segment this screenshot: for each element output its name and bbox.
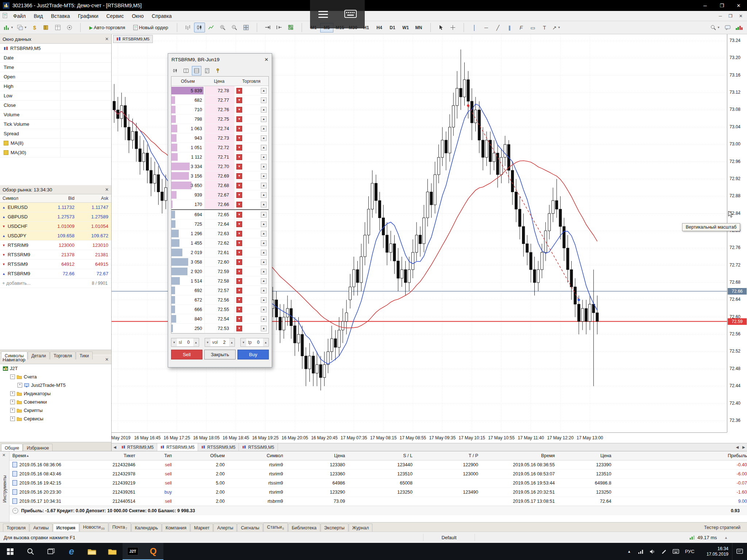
tree-expander-icon[interactable]: + xyxy=(10,416,15,421)
autotrade-button[interactable]: ▶Авто-торговля xyxy=(86,23,129,32)
crosshair-tool-button[interactable] xyxy=(448,23,458,32)
sell-order-icon[interactable]: ▼ xyxy=(236,307,242,312)
history-column-header-7[interactable]: T / P xyxy=(416,451,478,460)
tree-expander-icon[interactable]: + xyxy=(10,400,15,404)
dom-close-icon[interactable]: ✕ xyxy=(264,57,268,62)
navigator-close-icon[interactable]: ✕ xyxy=(105,357,109,362)
buy-order-icon[interactable]: ▲ xyxy=(261,326,267,331)
sell-order-icon[interactable]: ▼ xyxy=(236,164,242,170)
toolbox-tab-Активы[interactable]: Активы xyxy=(30,524,52,532)
sell-order-icon[interactable]: ▼ xyxy=(236,269,242,275)
dom-ask-row[interactable]: 1 11272.71▼▲ xyxy=(171,152,268,162)
buy-order-icon[interactable]: ▲ xyxy=(261,183,267,188)
toolbox-tab-Новости[interactable]: Новости99 xyxy=(80,523,108,532)
tray-chevron-up-icon[interactable]: ▲ xyxy=(623,543,635,560)
buy-order-icon[interactable]: ▲ xyxy=(261,259,267,265)
sell-order-icon[interactable]: ▼ xyxy=(236,259,242,265)
navigator-button[interactable] xyxy=(64,23,75,32)
fibonacci-tool[interactable]: F xyxy=(516,23,527,32)
menu-item-Вставка[interactable]: Вставка xyxy=(47,12,74,20)
channel-tool[interactable]: ∥ xyxy=(504,23,515,32)
market-watch-row[interactable]: ▲RTSBRM972.6672.67 xyxy=(0,269,111,279)
navigator-tab-Избранное[interactable]: Избранное xyxy=(23,444,53,452)
chart-tabs-scroll-left2-icon[interactable]: ◀ xyxy=(734,445,741,449)
start-button[interactable] xyxy=(0,543,20,560)
sell-order-icon[interactable]: ▼ xyxy=(236,231,242,237)
dom-ask-row[interactable]: 3 33472.70▼▲ xyxy=(171,162,268,171)
sell-order-icon[interactable]: ▼ xyxy=(236,240,242,246)
history-column-header-3[interactable]: Объем xyxy=(181,451,225,460)
toolbox-tab-Библиотека[interactable]: Библиотека xyxy=(288,524,320,532)
sell-order-icon[interactable]: ▼ xyxy=(236,183,242,188)
chart-tabs-scroll-left-icon[interactable]: ◀ xyxy=(112,445,118,449)
dom-ask-row[interactable]: 3 15672.69▼▲ xyxy=(171,171,268,181)
navigator-item-Скрипты[interactable]: +Скрипты xyxy=(0,406,111,415)
dom-bid-row[interactable]: 84072.54▼▲ xyxy=(171,314,268,324)
sell-order-icon[interactable]: ▼ xyxy=(236,221,242,227)
sell-order-icon[interactable]: ▼ xyxy=(236,297,242,303)
file-explorer-icon[interactable] xyxy=(82,543,102,560)
buy-order-icon[interactable]: ▲ xyxy=(261,164,267,170)
navigator-item-Счета[interactable]: −Счета xyxy=(0,373,111,381)
chart-shift-button[interactable] xyxy=(274,23,285,32)
menu-item-Сервис[interactable]: Сервис xyxy=(102,12,128,20)
timeframe-button-MN[interactable]: MN xyxy=(412,23,425,32)
history-row[interactable]: 2019.05.16 19:42:15212439219sell5.00rtss… xyxy=(9,478,747,488)
dom-ask-row[interactable]: 79872.75▼▲ xyxy=(171,114,268,124)
dom-ask-row[interactable]: 93972.67▼▲ xyxy=(171,190,268,200)
buy-order-icon[interactable]: ▲ xyxy=(261,88,267,94)
sell-order-icon[interactable]: ▼ xyxy=(236,88,242,94)
indicators-button[interactable] xyxy=(286,23,297,32)
chart-tab-RTSBRM9,M5[interactable]: RTSBRM9,M5 xyxy=(157,443,198,451)
history-column-header-8[interactable]: Время xyxy=(482,451,555,460)
market-watch-row[interactable]: ▲EURUSD1.117321.11747 xyxy=(0,203,111,212)
dom-ladder-view-icon[interactable] xyxy=(192,66,201,75)
keyboard-icon[interactable] xyxy=(344,10,357,19)
tree-expander-icon[interactable]: − xyxy=(10,374,15,379)
navigator-item-Советники[interactable]: +Советники xyxy=(0,398,111,406)
chart-caption-tab[interactable]: RTSBRM9,M5 xyxy=(113,35,153,43)
toolbox-tab-Торговля[interactable]: Торговля xyxy=(3,524,29,532)
toolbox-tab-История[interactable]: История xyxy=(53,524,79,532)
history-row[interactable]: 2019.05.16 20:23:30212439261buy2.00rtsri… xyxy=(9,487,747,497)
sell-order-icon[interactable]: ▼ xyxy=(236,135,242,141)
sell-order-icon[interactable]: ▼ xyxy=(236,192,242,198)
action-center-icon[interactable] xyxy=(732,543,747,560)
dom-chart-view-icon[interactable] xyxy=(171,66,180,75)
trendline-tool[interactable]: ╱ xyxy=(492,23,503,32)
buy-order-icon[interactable]: ▲ xyxy=(261,97,267,103)
navigator-item-Индикаторы[interactable]: +Индикаторы xyxy=(0,389,111,398)
market-watch-tab-Детали[interactable]: Детали xyxy=(28,351,50,359)
candlestick-mode-button[interactable] xyxy=(194,23,205,32)
sell-order-icon[interactable]: ▼ xyxy=(236,145,242,151)
auto-scroll-button[interactable] xyxy=(262,23,273,32)
buy-order-icon[interactable]: ▲ xyxy=(261,269,267,275)
dom-ask-row[interactable]: 94372.73▼▲ xyxy=(171,133,268,143)
dom-bid-row[interactable]: 69472.65▼▲ xyxy=(171,210,268,219)
hamburger-icon[interactable] xyxy=(318,11,328,18)
zoom-out-button[interactable] xyxy=(229,23,240,32)
buy-order-icon[interactable]: ▲ xyxy=(261,288,267,293)
history-row[interactable]: 2019.05.16 08:36:06212432846sell2.00rtsr… xyxy=(9,460,747,470)
buy-order-icon[interactable]: ▲ xyxy=(261,116,267,122)
history-column-header-4[interactable]: Символ xyxy=(232,451,283,460)
toolbox-tab-Маркет[interactable]: Маркет xyxy=(190,524,213,532)
history-column-header-1[interactable]: Тикет xyxy=(97,451,135,460)
toolbox-tab-Календарь[interactable]: Календарь xyxy=(131,524,162,532)
navigator-item-Just2Trade-MT5[interactable]: +Just2Trade-MT5 xyxy=(0,381,111,389)
navigator-item-Сервисы[interactable]: +Сервисы xyxy=(0,415,111,423)
restore-button[interactable]: ❐ xyxy=(713,0,730,11)
price-scale[interactable]: 73.2473.2073.1673.1273.0873.0473.0072.96… xyxy=(727,34,747,432)
dom-bid-row[interactable]: 67272.56▼▲ xyxy=(171,295,268,305)
sell-order-icon[interactable]: ▼ xyxy=(236,97,242,103)
profile-indicator[interactable]: Default xyxy=(423,534,475,541)
menu-item-Файл[interactable]: Файл xyxy=(9,12,30,20)
horizontal-line-tool[interactable]: ─ xyxy=(481,23,492,32)
dom-bid-row[interactable]: 1 29672.63▼▲ xyxy=(171,229,268,238)
new-order-button[interactable]: Новый ордер xyxy=(129,23,172,32)
sell-order-icon[interactable]: ▼ xyxy=(236,107,242,113)
history-column-header-6[interactable]: S / L xyxy=(349,451,413,460)
strategy-tester-label[interactable]: Тестер стратегий xyxy=(697,524,747,532)
buy-order-icon[interactable]: ▲ xyxy=(261,278,267,284)
buy-order-icon[interactable]: ▲ xyxy=(261,145,267,151)
